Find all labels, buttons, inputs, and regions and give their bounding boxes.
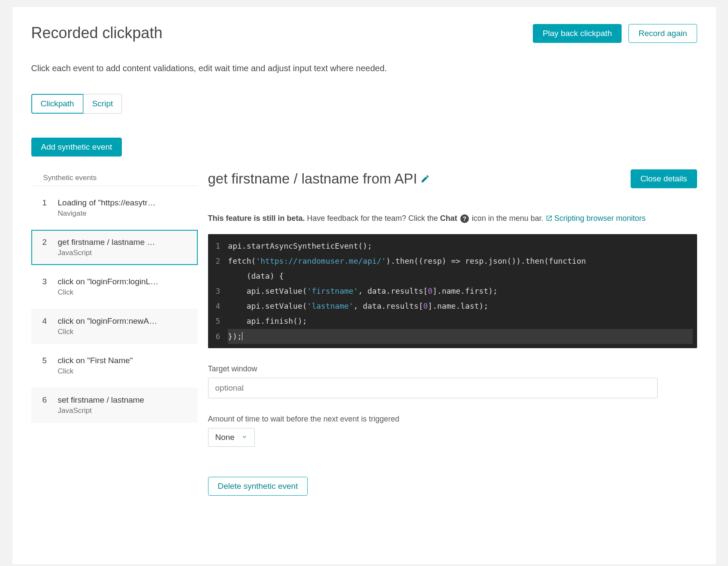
close-details-button[interactable]: Close details: [631, 169, 697, 188]
event-item-3[interactable]: 3 click on "loginForm:loginL… Click: [31, 269, 198, 304]
event-number: 6: [42, 395, 58, 415]
scripting-docs-link[interactable]: Scripting browser monitors: [546, 214, 646, 223]
beta-chat-label: Chat: [440, 214, 457, 223]
play-back-clickpath-button[interactable]: Play back clickpath: [533, 24, 622, 43]
wait-time-select[interactable]: None: [208, 428, 255, 447]
event-item-1[interactable]: 1 Loading of "https://easytr… Navigate: [31, 190, 198, 226]
event-number: 5: [42, 356, 58, 376]
scripting-docs-link-label: Scripting browser monitors: [554, 214, 646, 223]
help-question-icon[interactable]: ?: [460, 214, 469, 223]
code-content: api.startAsyncSyntheticEvent(); fetch('h…: [226, 234, 697, 348]
external-link-icon: [546, 215, 553, 224]
event-number: 3: [42, 277, 58, 297]
wait-time-value: None: [215, 433, 235, 442]
sidebar-header: Synthetic events: [31, 169, 198, 186]
event-details-panel: get firstname / lastname from API Close …: [208, 169, 697, 496]
chevron-down-icon: [242, 433, 248, 442]
details-header: get firstname / lastname from API Close …: [208, 169, 697, 188]
wait-time-label: Amount of time to wait before the next e…: [208, 415, 697, 424]
tab-script[interactable]: Script: [83, 94, 122, 114]
beta-bold: This feature is still in beta.: [208, 214, 305, 223]
event-number: 4: [42, 316, 58, 336]
add-synthetic-event-button[interactable]: Add synthetic event: [31, 138, 122, 157]
event-title: click on "First Name": [58, 356, 133, 365]
event-title: Loading of "https://easytr…: [58, 198, 156, 208]
event-title: get firstname / lastname …: [58, 238, 155, 247]
view-tabs: Clickpath Script: [31, 94, 697, 114]
code-gutter: 12 3456: [208, 234, 227, 348]
page-title: Recorded clickpath: [31, 24, 163, 42]
event-type: JavaScript: [58, 249, 155, 257]
page-subtitle: Click each event to add content validati…: [31, 63, 697, 73]
event-item-6[interactable]: 6 set firstname / lastname JavaScript: [31, 388, 198, 423]
event-type: Click: [58, 288, 159, 297]
target-window-label: Target window: [208, 364, 697, 373]
synthetic-events-sidebar: Synthetic events 1 Loading of "https://e…: [31, 169, 198, 496]
event-type: Click: [58, 367, 133, 376]
details-title: get firstname / lastname from API: [208, 171, 417, 187]
edit-title-icon[interactable]: [420, 171, 430, 187]
event-title: set firstname / lastname: [58, 395, 145, 405]
beta-text-1: Have feedback for the team? Click the: [305, 214, 440, 223]
event-type: Navigate: [58, 209, 156, 218]
details-title-row: get firstname / lastname from API: [208, 171, 430, 187]
event-item-5[interactable]: 5 click on "First Name" Click: [31, 348, 198, 383]
event-title: click on "loginForm:loginL…: [58, 277, 159, 286]
beta-notice: This feature is still in beta. Have feed…: [208, 214, 697, 224]
event-type: JavaScript: [58, 406, 145, 415]
event-number: 1: [42, 198, 58, 218]
recorded-clickpath-panel: Recorded clickpath Play back clickpath R…: [12, 7, 716, 564]
event-item-4[interactable]: 4 click on "loginForm:newA… Click: [31, 309, 198, 344]
event-item-2[interactable]: 2 get firstname / lastname … JavaScript: [31, 230, 198, 265]
tab-clickpath[interactable]: Clickpath: [31, 94, 84, 114]
beta-text-2: icon in the menu bar.: [472, 214, 546, 223]
target-window-input[interactable]: [208, 378, 658, 398]
event-number: 2: [42, 238, 58, 257]
record-again-button[interactable]: Record again: [628, 24, 697, 43]
delete-synthetic-event-button[interactable]: Delete synthetic event: [208, 477, 308, 496]
code-cursor: [242, 332, 242, 340]
header-actions: Play back clickpath Record again: [533, 24, 697, 43]
header-row: Recorded clickpath Play back clickpath R…: [31, 24, 697, 43]
code-editor[interactable]: 12 3456 api.startAsyncSyntheticEvent(); …: [208, 234, 697, 348]
content-row: Synthetic events 1 Loading of "https://e…: [31, 169, 697, 496]
event-type: Click: [58, 328, 157, 336]
event-title: click on "loginForm:newA…: [58, 316, 157, 326]
